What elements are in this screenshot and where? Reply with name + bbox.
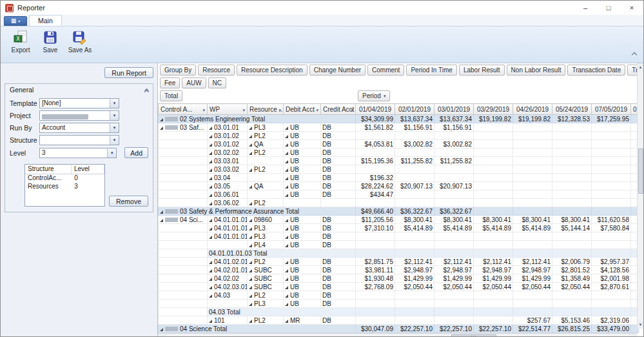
project-select[interactable]: ▾	[39, 110, 119, 121]
field-chip-transaction-date[interactable]: Transaction Date	[567, 65, 625, 76]
expand-icon[interactable]	[285, 127, 288, 130]
expand-icon[interactable]	[209, 286, 212, 289]
add-button[interactable]: Add	[124, 147, 148, 158]
expand-icon[interactable]	[160, 118, 163, 121]
period-column-header[interactable]: 03/29/2019	[474, 104, 513, 115]
run-report-button[interactable]: Run Report	[104, 67, 153, 78]
level-select[interactable]: 3 ▾	[39, 148, 117, 158]
expand-icon[interactable]	[209, 177, 212, 180]
dropdown-arrow-icon[interactable]: ▾	[107, 148, 116, 158]
close-button[interactable]: ×	[620, 1, 643, 15]
expand-icon[interactable]	[285, 269, 288, 272]
application-menu-button[interactable]: ▦ ▾	[4, 16, 27, 26]
field-chip-auw[interactable]: AUW	[182, 77, 206, 88]
period-column-header[interactable]: 02/01/2019	[395, 104, 434, 115]
scroll-up-button[interactable]: ▲	[638, 63, 643, 71]
expand-icon[interactable]	[209, 269, 212, 272]
tab-main[interactable]: Main	[29, 15, 62, 26]
expand-icon[interactable]	[209, 160, 212, 163]
column-header-debit-acct[interactable]: ▾Debit Acct	[284, 104, 321, 115]
data-field-chip-total[interactable]: Total	[160, 90, 182, 101]
field-chip-change-number[interactable]: Change Number	[309, 65, 366, 76]
expand-icon[interactable]	[285, 135, 288, 138]
column-header-control-a[interactable]: ▾Control A...	[159, 104, 208, 115]
expand-icon[interactable]	[285, 236, 288, 239]
expand-icon[interactable]	[249, 278, 252, 281]
vertical-scrollbar[interactable]: ▲ ▼	[637, 63, 643, 329]
expand-icon[interactable]	[285, 168, 288, 172]
dropdown-arrow-icon[interactable]: ▾	[110, 111, 119, 120]
expand-icon[interactable]	[209, 202, 212, 205]
expand-icon[interactable]	[209, 227, 212, 230]
field-chip-period-in-time[interactable]: Period In Time	[406, 65, 456, 76]
expand-icon[interactable]	[249, 244, 252, 247]
expand-icon[interactable]	[209, 135, 212, 138]
expand-icon[interactable]	[249, 286, 252, 289]
horizontal-scroll-thumb[interactable]	[451, 334, 496, 336]
expand-icon[interactable]	[285, 227, 288, 230]
scroll-down-button[interactable]: ▼	[638, 321, 643, 329]
list-item[interactable]: ControlAc...0	[25, 174, 104, 183]
template-select[interactable]: [None] ▾	[39, 98, 119, 108]
expand-icon[interactable]	[249, 320, 252, 323]
period-column-header[interactable]: 07/05/2019	[592, 104, 631, 115]
expand-icon[interactable]	[249, 135, 252, 138]
expand-icon[interactable]	[249, 127, 252, 130]
dropdown-arrow-icon[interactable]: ▾	[110, 136, 119, 145]
expand-icon[interactable]	[249, 227, 252, 230]
expand-icon[interactable]	[249, 168, 252, 172]
expand-icon[interactable]	[285, 194, 288, 197]
expand-icon[interactable]	[209, 127, 212, 130]
structure-select[interactable]: ▾	[39, 135, 119, 145]
expand-icon[interactable]	[209, 143, 212, 147]
field-chip-labor-result[interactable]: Labor Result	[459, 65, 505, 76]
expand-icon[interactable]	[160, 328, 163, 331]
expand-icon[interactable]	[209, 194, 212, 197]
collapse-group-button[interactable]	[145, 89, 148, 92]
field-chip-comment[interactable]: Comment	[367, 65, 404, 76]
expand-icon[interactable]	[285, 160, 288, 163]
filter-arrow-icon[interactable]: ▾	[202, 108, 205, 113]
save-button[interactable]: Save	[35, 29, 65, 61]
expand-icon[interactable]	[285, 219, 288, 222]
expand-icon[interactable]	[160, 210, 163, 214]
filter-arrow-icon[interactable]: ▾	[242, 108, 245, 113]
filter-arrow-icon[interactable]: ▾	[316, 108, 318, 113]
field-chip-nc[interactable]: NC	[208, 77, 226, 88]
period-column-header[interactable]: 03/01/2019	[434, 104, 474, 115]
column-header-wp[interactable]: ▾WP	[208, 104, 248, 115]
expand-icon[interactable]	[285, 143, 288, 147]
field-chip-fee[interactable]: Fee	[160, 77, 180, 88]
expand-icon[interactable]	[209, 185, 212, 189]
expand-icon[interactable]	[285, 278, 288, 281]
expand-icon[interactable]	[209, 219, 212, 222]
expand-icon[interactable]	[285, 261, 288, 264]
expand-icon[interactable]	[249, 294, 252, 298]
run-by-select[interactable]: Account ▾	[39, 123, 119, 133]
expand-icon[interactable]	[249, 269, 252, 272]
expand-icon[interactable]	[249, 219, 252, 222]
column-header-credit-acct[interactable]: ▾Credit Acct	[321, 104, 356, 115]
expand-icon[interactable]	[209, 152, 212, 155]
minimize-button[interactable]: –	[574, 1, 597, 15]
vertical-scroll-thumb[interactable]	[638, 148, 643, 194]
period-column-header[interactable]: 04/26/2019	[513, 104, 552, 115]
field-chip-resource[interactable]: Resource	[198, 65, 235, 76]
column-header-resource[interactable]: ▾Resource ...	[248, 104, 284, 115]
structure-level-list[interactable]: StructureLevel ControlAc...0Resources3	[24, 164, 105, 207]
scroll-left-button[interactable]: ◀	[158, 334, 167, 336]
field-chip-transaction-month-year[interactable]: Transaction Month Year	[627, 65, 637, 76]
expand-icon[interactable]	[249, 202, 252, 205]
expand-icon[interactable]	[285, 152, 288, 155]
expand-icon[interactable]	[209, 261, 212, 264]
expand-icon[interactable]	[285, 286, 288, 289]
period-column-header[interactable]: 01/04/2019	[356, 104, 395, 115]
expand-icon[interactable]	[285, 294, 288, 298]
expand-icon[interactable]	[160, 127, 163, 130]
expand-icon[interactable]	[285, 320, 288, 323]
field-chip-resource-description[interactable]: Resource Description	[237, 65, 307, 76]
horizontal-scrollbar[interactable]: ◀ ▶	[158, 333, 637, 336]
column-field-chip-period[interactable]: Period ▾	[358, 90, 390, 101]
period-column-header[interactable]: 05/24/2019	[552, 104, 592, 115]
field-chip-non-labor-result[interactable]: Non Labor Result	[507, 65, 566, 76]
